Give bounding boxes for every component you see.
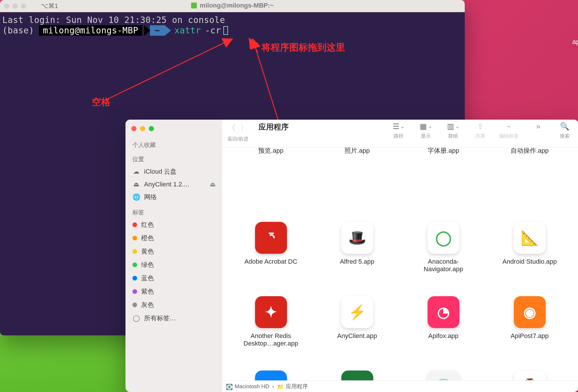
terminal-cursor: [223, 26, 228, 35]
app-icon: ⚡: [341, 296, 373, 328]
terminal-command-flags: -cr: [205, 26, 221, 36]
sidebar-item-anyclient-disk[interactable]: ⏏︎ AnyClient 1.2.... ⏏: [125, 178, 222, 190]
finder-nav-label: 返回/前进: [227, 136, 249, 142]
app-tile[interactable]: A: [229, 371, 313, 380]
sidebar-tag-item[interactable]: 灰色: [125, 298, 222, 312]
finder-path-bar[interactable]: 💽 Macintosh HD › 📁 应用程序: [222, 380, 578, 392]
disk-icon: ⏏︎: [132, 181, 140, 188]
globe-icon: 🌐: [132, 193, 140, 201]
tag-dot-icon: [132, 289, 137, 294]
toolbar-path-label: 路径: [394, 133, 403, 139]
traffic-light-minimize[interactable]: [140, 126, 145, 131]
app-tile[interactable]: 🏺: [488, 371, 572, 380]
toolbar-group-button[interactable]: ▥⌄: [447, 122, 459, 131]
finder-title: 应用程序: [259, 122, 289, 132]
app-tile[interactable]: 🎩Alfred 5.app: [315, 222, 399, 294]
finder-nav-buttons[interactable]: 〈 〉: [227, 122, 249, 134]
app-tile[interactable]: ◉ApiPost7.app: [488, 296, 572, 369]
terminal-command: xattr: [175, 26, 201, 36]
traffic-light-zoom[interactable]: [21, 3, 26, 9]
desktop-file-label: apa: [572, 38, 578, 46]
app-label: 照片.app: [344, 148, 370, 155]
sidebar-item-label: 灰色: [141, 301, 154, 309]
sidebar-tag-item[interactable]: 紫色: [125, 285, 222, 298]
traffic-light-zoom[interactable]: [149, 126, 154, 131]
finder-path-disk[interactable]: Macintosh HD: [235, 383, 269, 390]
sidebar-item-label: 绿色: [141, 260, 154, 269]
terminal-user-host: milong@milongs-MBP: [39, 25, 143, 36]
sidebar-item-all-tags[interactable]: ◯ 所有标签…: [125, 312, 222, 325]
toolbar-tags-button[interactable]: ⌁: [507, 122, 511, 131]
eject-icon[interactable]: ⏏: [210, 181, 216, 188]
app-label: ApiPost7.app: [511, 332, 549, 340]
sidebar-tag-item[interactable]: 黄色: [125, 245, 222, 258]
sidebar-tag-item[interactable]: 绿色: [125, 258, 222, 271]
terminal-titlebar[interactable]: ⌥⌘1 milong@milongs-MBP:~: [0, 0, 465, 12]
app-tile[interactable]: 🖼️预览.app: [229, 148, 313, 220]
sidebar-heading-tags: 标签: [125, 204, 222, 218]
finder-window[interactable]: 个人收藏 位置 ☁︎ iCloud 云盘 ⏏︎ AnyClient 1.2...…: [125, 120, 578, 392]
terminal-cwd: ~: [150, 25, 164, 36]
sidebar-item-label: 网络: [144, 193, 157, 202]
app-tile[interactable]: 💿: [401, 371, 485, 380]
traffic-light-close[interactable]: [4, 3, 9, 9]
app-label: 预览.app: [258, 148, 283, 155]
sidebar-tag-item[interactable]: 蓝色: [125, 271, 222, 285]
terminal-home-icon: [191, 3, 197, 8]
sidebar-item-label: 紫色: [141, 287, 154, 296]
app-icon: 📐: [514, 222, 546, 254]
terminal-body[interactable]: Last login: Sun Nov 10 21:30:25 on conso…: [0, 12, 465, 39]
app-tile[interactable]: QA: [315, 371, 399, 380]
toolbar-search-button[interactable]: 🔍: [560, 122, 569, 131]
app-icon: 🎩: [341, 222, 373, 254]
app-tile[interactable]: ◯Anaconda-Navigator.app: [401, 222, 485, 294]
finder-grid[interactable]: 🖼️预览.app🌈照片.appF字体册.app🤖自动操作.appརAdobe A…: [222, 148, 578, 380]
sidebar-tag-item[interactable]: 红色: [125, 218, 222, 231]
toolbar-path-button[interactable]: ☰⌄: [393, 122, 404, 131]
chevron-right-icon[interactable]: 〉: [240, 122, 249, 134]
toolbar-share-button[interactable]: ⇪: [477, 122, 484, 131]
traffic-light-close[interactable]: [131, 126, 137, 131]
svg-line-1: [249, 38, 258, 52]
sidebar-item-icloud[interactable]: ☁︎ iCloud 云盘: [125, 165, 222, 178]
sidebar-tag-item[interactable]: 橙色: [125, 231, 222, 245]
app-icon: ✦: [255, 296, 287, 328]
tag-dot-icon: [132, 303, 137, 307]
app-label: Another Redis Desktop…ager.app: [238, 332, 304, 347]
app-label: 自动操作.app: [511, 148, 549, 155]
toolbar-overflow-button[interactable]: »: [536, 122, 538, 131]
app-tile[interactable]: ◔Apifox.app: [401, 296, 485, 369]
app-label: Apifox.app: [428, 332, 459, 340]
traffic-light-minimize[interactable]: [12, 3, 18, 9]
toolbar-group-label: 群组: [448, 133, 458, 139]
app-tile[interactable]: F字体册.app: [401, 148, 485, 220]
toolbar-view-label: 显示: [421, 133, 431, 139]
app-tile[interactable]: 🤖自动操作.app: [488, 148, 572, 220]
terminal-tab-shortcut: ⌥⌘1: [41, 2, 58, 10]
app-label: Adobe Acrobat DC: [244, 258, 297, 265]
sidebar-item-label: 黄色: [141, 247, 154, 256]
app-tile[interactable]: ✦Another Redis Desktop…ager.app: [229, 296, 313, 369]
toolbar-view-button[interactable]: ▦⌄: [420, 122, 432, 131]
terminal-title: milong@milongs-MBP:~: [191, 2, 274, 9]
finder-path-folder[interactable]: 应用程序: [286, 383, 308, 390]
sidebar-item-label: iCloud 云盘: [144, 167, 177, 176]
terminal-env-prefix: (base): [2, 26, 34, 36]
chevron-right-icon: ›: [272, 383, 274, 390]
app-tile[interactable]: རAdobe Acrobat DC: [229, 222, 313, 294]
app-tile[interactable]: ⚡AnyClient.app: [315, 296, 399, 369]
tags-icon: ◯: [132, 314, 140, 322]
app-tile[interactable]: 📐Android Studio.app: [488, 222, 572, 294]
finder-sidebar: 个人收藏 位置 ☁︎ iCloud 云盘 ⏏︎ AnyClient 1.2...…: [125, 120, 222, 392]
sidebar-heading-locations: 位置: [125, 151, 222, 165]
app-tile[interactable]: 🌈照片.app: [315, 148, 399, 220]
chevron-left-icon[interactable]: 〈: [227, 122, 236, 134]
sidebar-heading-favorites: 个人收藏: [125, 136, 222, 151]
finder-toolbar: 〈 〉 返回/前进 应用程序 ☰⌄ 路径 ▦⌄ 显示: [222, 120, 578, 148]
powerline-separator-icon: [144, 25, 150, 36]
sidebar-item-network[interactable]: 🌐 网络: [125, 190, 222, 204]
app-icon: 🏺: [514, 371, 546, 380]
app-icon: ◉: [514, 296, 546, 328]
folder-icon: 📁: [277, 384, 283, 389]
toolbar-search-label: 搜索: [560, 133, 570, 139]
